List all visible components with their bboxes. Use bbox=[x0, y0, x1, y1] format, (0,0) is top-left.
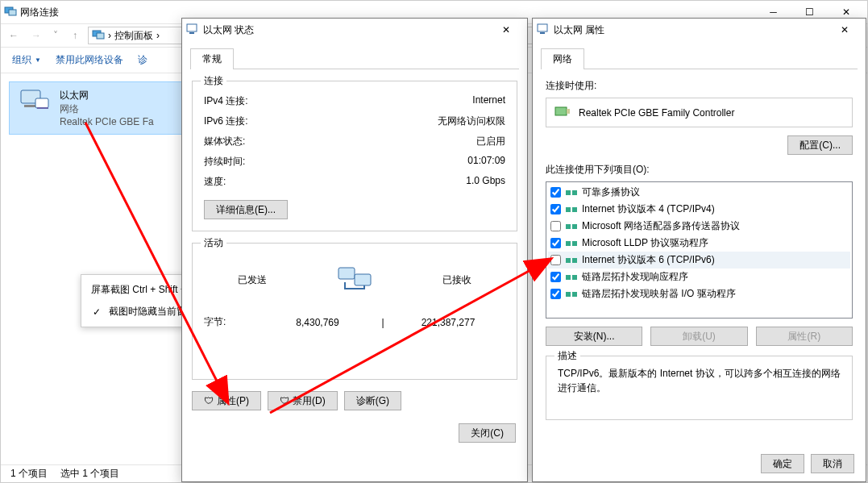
prop-close-button[interactable]: ✕ bbox=[826, 19, 862, 41]
install-button[interactable]: 安装(N)... bbox=[546, 327, 642, 346]
toolbar-organize[interactable]: 组织 ▼ bbox=[12, 53, 41, 67]
protocol-label: 链路层拓扑发现映射器 I/O 驱动程序 bbox=[582, 287, 736, 301]
sent-label: 已发送 bbox=[238, 273, 267, 287]
protocol-checkbox[interactable] bbox=[550, 272, 561, 282]
protocol-label: Internet 协议版本 4 (TCP/IPv4) bbox=[582, 202, 715, 216]
desc-label: 描述 bbox=[554, 349, 580, 363]
up-button[interactable]: ↑ bbox=[65, 26, 85, 45]
adapter-item-ethernet[interactable]: 以太网 网络 Realtek PCIe GBE Fa bbox=[9, 81, 194, 135]
protocol-checkbox[interactable] bbox=[550, 221, 561, 231]
status-dialog-title: 以太网 状态 bbox=[203, 23, 254, 37]
window-icon bbox=[4, 5, 17, 20]
adapter-status: 网络 bbox=[60, 102, 154, 116]
activity-icon bbox=[335, 264, 374, 296]
speed-value: 1.0 Gbps bbox=[466, 175, 505, 189]
uninstall-button: 卸载(U) bbox=[650, 327, 747, 346]
adapter-name: 以太网 bbox=[60, 89, 154, 102]
statusbar-selected: 选中 1 个项目 bbox=[60, 467, 119, 481]
protocol-checkbox[interactable] bbox=[550, 204, 561, 214]
configure-button[interactable]: 配置(C)... bbox=[787, 135, 853, 155]
svg-rect-8 bbox=[189, 32, 194, 34]
sent-bytes: 8,430,769 bbox=[260, 317, 375, 328]
protocol-item[interactable]: Microsoft LLDP 协议驱动程序 bbox=[548, 235, 850, 252]
shield-icon: 🛡 bbox=[204, 395, 214, 406]
network-adapter-icon bbox=[19, 89, 52, 117]
duration-value: 01:07:09 bbox=[467, 155, 505, 169]
protocol-icon bbox=[566, 273, 577, 281]
bytes-label: 字节: bbox=[204, 315, 260, 329]
breadcrumb-icon bbox=[92, 28, 105, 44]
status-close-button[interactable]: ✕ bbox=[488, 19, 524, 41]
back-button[interactable]: ← bbox=[4, 26, 23, 45]
protocol-label: Internet 协议版本 6 (TCP/IPv6) bbox=[582, 253, 715, 267]
adapter-full-name: Realtek PCIe GBE Family Controller bbox=[579, 107, 734, 119]
svg-rect-3 bbox=[97, 33, 104, 39]
window-title: 网络连接 bbox=[20, 6, 59, 19]
protocol-item[interactable]: 可靠多播协议 bbox=[548, 184, 850, 201]
ok-button[interactable]: 确定 bbox=[761, 454, 804, 473]
protocol-item[interactable]: Microsoft 网络适配器多路传送器协议 bbox=[548, 218, 850, 235]
group-activity-label: 活动 bbox=[201, 236, 226, 250]
protocol-checkbox[interactable] bbox=[550, 289, 561, 299]
ipv6-value: 无网络访问权限 bbox=[438, 115, 505, 128]
item-properties-button: 属性(R) bbox=[756, 327, 853, 346]
svg-rect-9 bbox=[338, 268, 355, 279]
protocol-icon bbox=[566, 256, 577, 264]
tab-general[interactable]: 常规 bbox=[190, 48, 234, 69]
breadcrumb-item[interactable]: 控制面板 bbox=[114, 29, 153, 43]
recv-bytes: 221,387,277 bbox=[391, 317, 505, 328]
desc-text: TCP/IPv6。最新版本的 Internet 协议，可以跨多个相互连接的网络进… bbox=[558, 366, 841, 395]
svg-rect-1 bbox=[9, 10, 16, 15]
protocol-listbox[interactable]: 可靠多播协议Internet 协议版本 4 (TCP/IPv4)Microsof… bbox=[546, 181, 853, 319]
statusbar-count: 1 个项目 bbox=[10, 467, 48, 481]
status-close-btn[interactable]: 关闭(C) bbox=[459, 423, 516, 443]
uses-label: 此连接使用下列项目(O): bbox=[546, 163, 853, 177]
protocol-icon bbox=[566, 206, 577, 214]
forward-button[interactable]: → bbox=[27, 26, 46, 45]
duration-label: 持续时间: bbox=[204, 155, 245, 169]
toolbar-diagnose[interactable]: 诊 bbox=[138, 53, 147, 67]
protocol-icon bbox=[566, 223, 577, 231]
protocol-checkbox[interactable] bbox=[550, 187, 561, 198]
shield-icon: 🛡 bbox=[280, 395, 289, 406]
svg-rect-13 bbox=[555, 107, 567, 115]
tab-network[interactable]: 网络 bbox=[541, 48, 584, 69]
protocol-item[interactable]: Internet 协议版本 4 (TCP/IPv4) bbox=[548, 201, 850, 218]
group-connection-label: 连接 bbox=[201, 74, 226, 88]
breadcrumb-sep: › bbox=[108, 30, 111, 41]
protocol-checkbox[interactable] bbox=[550, 238, 561, 248]
prop-dialog-title: 以太网 属性 bbox=[554, 23, 604, 37]
ethernet-icon bbox=[536, 23, 549, 38]
protocol-item[interactable]: Internet 协议版本 6 (TCP/IPv6) bbox=[548, 252, 850, 269]
protocol-item[interactable]: 链路层拓扑发现响应程序 bbox=[548, 269, 850, 285]
svg-rect-14 bbox=[567, 109, 570, 114]
properties-button[interactable]: 🛡属性(P) bbox=[192, 391, 261, 410]
disable-button[interactable]: 🛡禁用(D) bbox=[268, 391, 338, 410]
details-button[interactable]: 详细信息(E)... bbox=[204, 200, 288, 219]
cancel-button[interactable]: 取消 bbox=[811, 454, 854, 473]
diagnose-button[interactable]: 诊断(G) bbox=[344, 391, 401, 410]
protocol-label: 可靠多播协议 bbox=[582, 185, 640, 199]
recent-dropdown[interactable]: ˅ bbox=[49, 26, 62, 45]
protocol-icon bbox=[566, 290, 577, 298]
protocol-label: Microsoft LLDP 协议驱动程序 bbox=[582, 236, 708, 250]
check-icon: ✓ bbox=[91, 306, 102, 318]
ipv4-label: IPv4 连接: bbox=[204, 94, 248, 108]
svg-rect-6 bbox=[35, 98, 48, 108]
protocol-icon bbox=[566, 189, 577, 197]
media-value: 已启用 bbox=[476, 135, 505, 148]
protocol-label: Microsoft 网络适配器多路传送器协议 bbox=[582, 219, 740, 233]
nic-icon bbox=[554, 105, 571, 120]
ethernet-icon bbox=[185, 23, 198, 38]
svg-rect-11 bbox=[538, 24, 547, 31]
protocol-item[interactable]: 链路层拓扑发现映射器 I/O 驱动程序 bbox=[548, 285, 850, 302]
connect-using-label: 连接时使用: bbox=[546, 79, 853, 93]
recv-label: 已接收 bbox=[442, 273, 471, 287]
toolbar-disable[interactable]: 禁用此网络设备 bbox=[56, 53, 123, 67]
ipv6-label: IPv6 连接: bbox=[204, 115, 248, 128]
speed-label: 速度: bbox=[204, 175, 226, 189]
protocol-checkbox[interactable] bbox=[550, 255, 561, 265]
ipv4-value: Internet bbox=[472, 94, 505, 108]
adapter-device: Realtek PCIe GBE Fa bbox=[60, 116, 154, 127]
svg-rect-7 bbox=[187, 24, 197, 31]
